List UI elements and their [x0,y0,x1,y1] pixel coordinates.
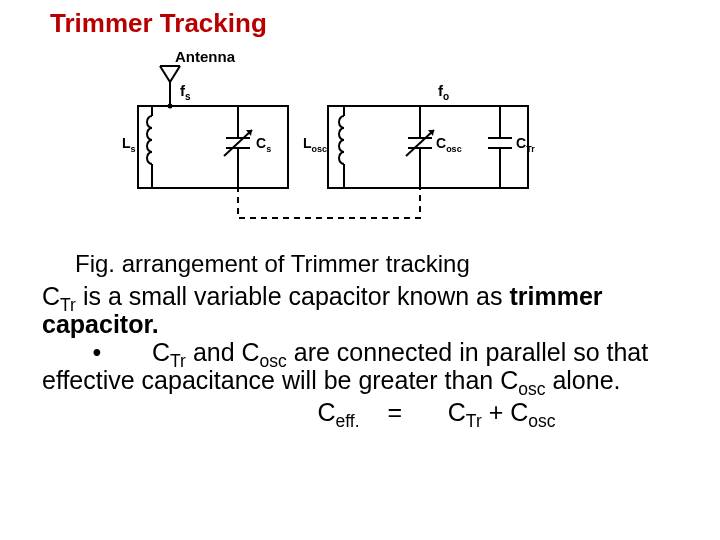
bullet-icon: • [42,338,152,366]
losc-label: Losc [303,135,327,154]
cs-label: Cs [256,135,271,154]
fo-label: fo [438,82,449,102]
ls-label: Ls [122,135,136,154]
equation: Ceff. = CTr + Cosc [42,398,682,426]
ctr-term-2: CTr [152,338,186,366]
antenna-label: Antenna [175,48,236,65]
cosc-label: Cosc [436,135,462,154]
svg-point-5 [168,104,173,109]
svg-line-2 [170,66,180,82]
page-title: Trimmer Tracking [50,8,267,39]
fs-label: fs [180,82,191,102]
svg-line-1 [160,66,170,82]
ctr-label: CTr [516,135,535,154]
trimmer-circuit-diagram: Antenna fs Ls Cs fo [120,48,560,238]
body-text: CTr is a small variable capacitor known … [42,282,682,426]
figure-caption: Fig. arrangement of Trimmer tracking [75,250,470,278]
ctr-term: CTr [42,282,76,310]
